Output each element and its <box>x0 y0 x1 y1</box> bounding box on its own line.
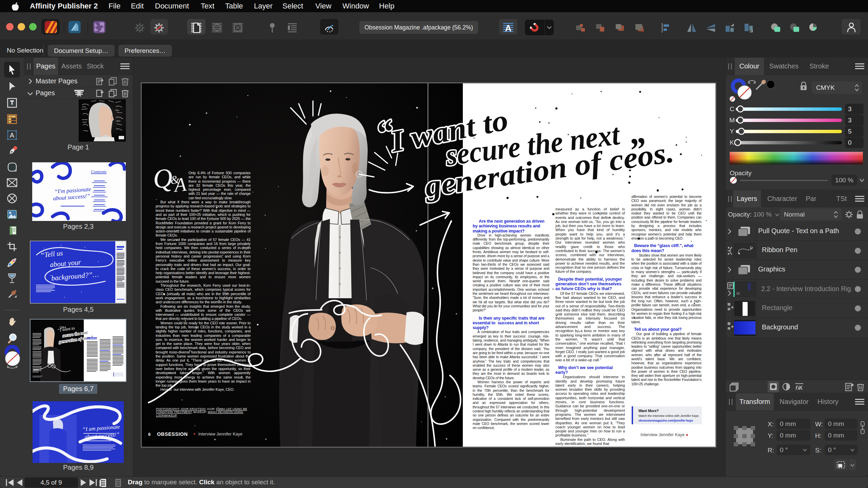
svg-text:FUT: FUT <box>83 121 87 123</box>
svg-text:A: A <box>505 23 512 33</box>
svg-text:A: A <box>10 131 15 139</box>
svg-text:Obs: Obs <box>115 109 119 111</box>
svg-text:X: X <box>799 385 803 390</box>
svg-text:Gen: Gen <box>82 106 86 108</box>
svg-text:Contents: Contents <box>91 169 106 174</box>
svg-text:Q&A: Q&A <box>60 326 66 329</box>
svg-text:CEO: CEO <box>116 120 120 122</box>
